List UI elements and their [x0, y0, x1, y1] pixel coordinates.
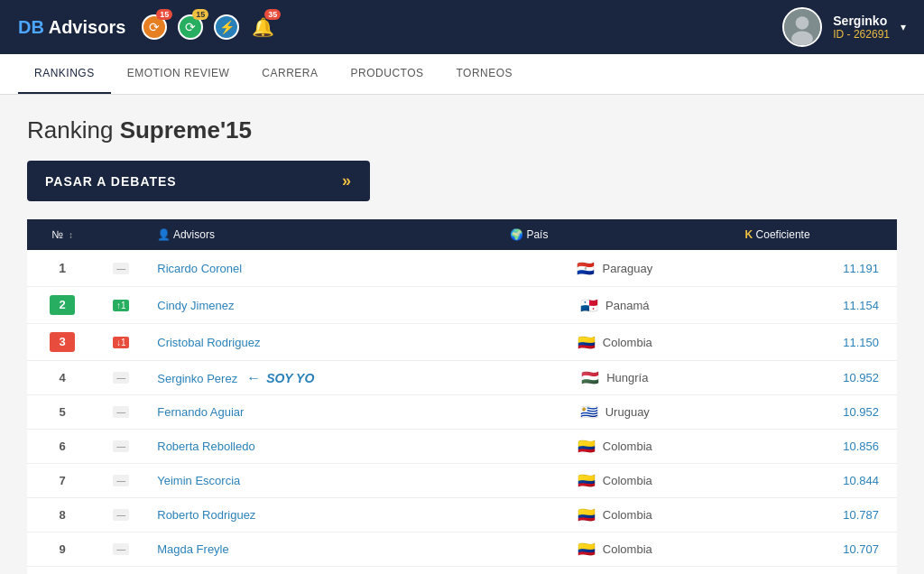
col-coef-label: Coeficiente: [756, 228, 810, 241]
td-pais: 🇨🇴 Colombia: [497, 498, 733, 532]
rank-badge: 1: [50, 258, 75, 278]
user-id: ID - 262691: [833, 28, 890, 41]
advisor-name: Yeimin Escorcia: [157, 474, 240, 487]
header-left: DB Advisors ⟳ 15 ⟳ 15 ⚡ 🔔 35: [18, 13, 277, 42]
change-badge: ↓1: [113, 337, 130, 348]
rank-number: 9: [59, 542, 65, 556]
td-name[interactable]: Ricardo Coronel: [144, 250, 497, 287]
country-flag-icon: 🇭🇺: [581, 369, 599, 386]
annotation-text: SOY YO: [266, 371, 314, 385]
table-row[interactable]: 5 — Fernando Aguiar 🇺🇾 Uruguay 10.952: [27, 395, 897, 430]
arrow-icon: »: [342, 171, 352, 190]
td-pais: 🇨🇴 Colombia: [497, 567, 733, 575]
col-change: [97, 219, 144, 250]
td-name[interactable]: Serginko Perez←SOY YO: [144, 361, 497, 395]
country-name: Hungría: [606, 371, 648, 384]
page-title-plain: Ranking: [27, 116, 120, 144]
td-coef: 10.656: [733, 567, 897, 575]
td-name[interactable]: Cindy Jimenez: [144, 287, 497, 324]
td-name[interactable]: Vicky Martinez: [144, 567, 497, 575]
country-name: Colombia: [603, 542, 652, 556]
td-coef: 11.150: [733, 324, 897, 361]
row-annotation: ←SOY YO: [246, 370, 314, 386]
col-num: № ↕: [27, 219, 97, 250]
td-rank: 7: [27, 464, 97, 498]
td-change: —: [97, 498, 144, 532]
logo-db: DB: [18, 17, 44, 37]
bell-icon-wrap[interactable]: 🔔 35: [248, 13, 277, 42]
country-flag-icon: 🇨🇴: [578, 334, 596, 351]
td-rank: 8: [27, 498, 97, 532]
debates-label: PASAR A DEBATES: [45, 174, 177, 189]
table-row[interactable]: 8 — Roberto Rodriguez 🇨🇴 Colombia 10.787: [27, 498, 897, 532]
td-pais: 🇵🇾 Paraguay: [497, 250, 733, 287]
td-change: —: [97, 464, 144, 498]
advisor-name: Fernando Aguiar: [157, 405, 244, 419]
country-flag-icon: 🇨🇴: [578, 506, 596, 523]
table-row[interactable]: 10 — Vicky Martinez 🇨🇴 Colombia 10.656: [27, 567, 897, 575]
td-name[interactable]: Magda Freyle: [144, 532, 497, 567]
logo-text: Advisors: [44, 17, 125, 37]
country-flag-icon: 🇨🇴: [578, 472, 596, 489]
td-coef: 10.952: [733, 395, 897, 430]
nav-item-carrera[interactable]: CARRERA: [245, 54, 334, 94]
cycle-icon-2-badge: 15: [192, 9, 208, 20]
td-pais: 🇺🇾 Uruguay: [497, 395, 733, 430]
sort-icon[interactable]: ↕: [69, 230, 73, 240]
col-num-label: №: [51, 228, 63, 241]
rank-badge: 3: [50, 332, 75, 352]
td-name[interactable]: Cristobal Rodriguez: [144, 324, 497, 361]
main-content: Ranking Supreme'15 PASAR A DEBATES » № ↕…: [0, 95, 924, 574]
table-row[interactable]: 3 ↓1 Cristobal Rodriguez 🇨🇴 Colombia 11.…: [27, 324, 897, 361]
avatar: [782, 7, 822, 47]
logo: DB Advisors: [18, 17, 125, 38]
change-badge: —: [113, 406, 129, 418]
td-name[interactable]: Fernando Aguiar: [144, 395, 497, 430]
table-row[interactable]: 7 — Yeimin Escorcia 🇨🇴 Colombia 10.844: [27, 464, 897, 498]
table-row[interactable]: 9 — Magda Freyle 🇨🇴 Colombia 10.707: [27, 532, 897, 567]
td-change: —: [97, 395, 144, 430]
td-rank: 6: [27, 430, 97, 464]
rank-badge: 2: [50, 295, 75, 315]
td-coef: 11.191: [733, 250, 897, 287]
td-pais: 🇨🇴 Colombia: [497, 532, 733, 567]
table-row[interactable]: 2 ↑1 Cindy Jimenez 🇵🇦 Panamá 11.154: [27, 287, 897, 324]
rank-number: 4: [59, 371, 65, 384]
td-coef: 10.856: [733, 430, 897, 464]
rank-number: 5: [59, 405, 65, 419]
chevron-down-icon: ▾: [901, 21, 906, 33]
user-menu[interactable]: Serginko ID - 262691 ▾: [782, 7, 906, 47]
nav-item-emotion-review[interactable]: EMOTION REVIEW: [111, 54, 246, 94]
country-flag-icon: 🇨🇴: [578, 438, 596, 455]
nav-item-productos[interactable]: PRODUCTOS: [335, 54, 440, 94]
nav: RANKINGS EMOTION REVIEW CARRERA PRODUCTO…: [0, 54, 924, 95]
cycle-icon-1-wrap[interactable]: ⟳ 15: [140, 13, 169, 42]
nav-item-rankings[interactable]: RANKINGS: [18, 54, 111, 94]
col-advisor-label: Advisors: [173, 228, 215, 241]
td-name[interactable]: Roberto Rodriguez: [144, 498, 497, 532]
td-name[interactable]: Yeimin Escorcia: [144, 464, 497, 498]
td-rank: 3: [27, 324, 97, 361]
table-header: № ↕ 👤 Advisors 🌍 País K Coeficiente: [27, 219, 897, 250]
header-icons: ⟳ 15 ⟳ 15 ⚡ 🔔 35: [140, 13, 277, 42]
coef-k-icon: K: [745, 228, 756, 241]
debates-button[interactable]: PASAR A DEBATES »: [27, 161, 370, 201]
td-pais: 🇨🇴 Colombia: [497, 324, 733, 361]
user-name: Serginko: [833, 14, 890, 28]
change-badge: ↑1: [113, 300, 130, 311]
bolt-icon-wrap[interactable]: ⚡: [212, 13, 241, 42]
td-change: —: [97, 250, 144, 287]
td-coef: 10.952: [733, 361, 897, 395]
td-change: —: [97, 361, 144, 395]
table-row[interactable]: 6 — Roberta Rebolledo 🇨🇴 Colombia 10.856: [27, 430, 897, 464]
td-rank: 10: [27, 567, 97, 575]
td-change: —: [97, 532, 144, 567]
country-flag-icon: 🇵🇦: [580, 297, 598, 314]
country-name: Colombia: [603, 508, 652, 522]
td-name[interactable]: Roberta Rebolledo: [144, 430, 497, 464]
change-badge: —: [113, 543, 129, 555]
cycle-icon-2-wrap[interactable]: ⟳ 15: [176, 13, 205, 42]
nav-item-torneos[interactable]: TORNEOS: [440, 54, 530, 94]
table-row[interactable]: 1 — Ricardo Coronel 🇵🇾 Paraguay 11.191: [27, 250, 897, 287]
table-row[interactable]: 4 — Serginko Perez←SOY YO 🇭🇺 Hungría 10.…: [27, 361, 897, 395]
